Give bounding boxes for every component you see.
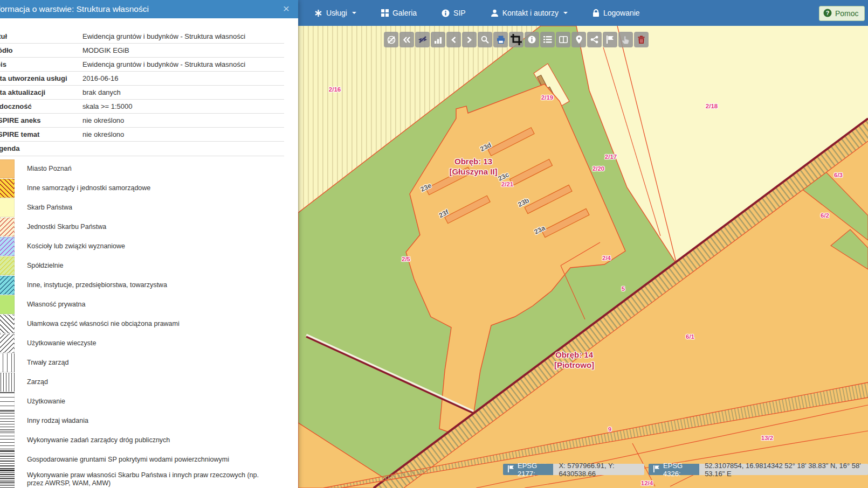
metadata-label: Źródło xyxy=(0,46,82,54)
chevron-right-icon xyxy=(466,36,472,44)
layer-metadata-table: TytułEwidencja gruntów i budynków - Stru… xyxy=(0,30,284,142)
eye-slash-button[interactable] xyxy=(415,32,430,47)
map-toolbar xyxy=(384,32,649,47)
print-icon xyxy=(497,36,505,44)
trash-button[interactable] xyxy=(634,32,649,47)
double-chevron-left-button[interactable] xyxy=(399,32,414,47)
legend-swatch xyxy=(0,353,15,372)
legend-label: Miasto Poznań xyxy=(27,165,72,173)
legend-item: Miasto Poznań xyxy=(0,159,298,178)
nav-item-galeria[interactable]: Galeria xyxy=(381,9,417,17)
chevron-right-button[interactable] xyxy=(462,32,477,47)
close-icon[interactable]: × xyxy=(283,2,290,16)
legend-swatch xyxy=(0,334,15,353)
legend-item: Własność prywatna xyxy=(0,295,298,314)
metadata-label: Widoczność xyxy=(0,102,82,110)
legend-label: Trwały zarząd xyxy=(27,359,68,367)
epsg-chip-group: EPSG 2177:X: 5797966.91, Y: 6430538.66 xyxy=(503,464,644,475)
metadata-value: Ewidencja gruntów i budynków - Struktura… xyxy=(82,32,245,40)
metadata-value: nie określono xyxy=(82,116,124,124)
legend-item: Trwały zarząd xyxy=(0,353,298,372)
metadata-label: Opis xyxy=(0,60,82,68)
legend-swatch xyxy=(0,373,15,392)
crop-button[interactable] xyxy=(509,32,523,47)
flag-button[interactable] xyxy=(603,32,617,47)
info-circle-icon xyxy=(442,9,450,17)
legend-item: Skarb Państwa xyxy=(0,198,298,217)
metadata-row: INSPIRE aneksnie określono xyxy=(0,114,284,128)
legend-swatch xyxy=(0,412,15,430)
legend-list: Miasto PoznańInne samorządy i jednostki … xyxy=(0,159,298,488)
user-icon xyxy=(491,9,499,17)
metadata-value: nie określono xyxy=(82,130,124,138)
legend-swatch xyxy=(0,431,15,450)
marker-button[interactable] xyxy=(571,32,586,47)
share-icon xyxy=(590,36,598,44)
nav-item-label: Galeria xyxy=(392,9,417,17)
legend-label: Skarb Państwa xyxy=(27,204,72,212)
legend-label: Inny rodzaj władania xyxy=(27,417,88,425)
columns-button[interactable] xyxy=(556,32,570,47)
metadata-label: Tytuł xyxy=(0,32,82,40)
metadata-label: Data utworzenia usługi xyxy=(0,74,82,82)
legend-item: Ułamkowa część własności nie obciążona p… xyxy=(0,315,298,333)
metadata-row: INSPIRE tematnie określono xyxy=(0,128,284,142)
nav-item-us-ugi[interactable]: Usługi xyxy=(314,9,356,17)
gallery-grid-icon xyxy=(381,9,389,17)
layer-info-panel: Informacja o warstwie: Struktura własnoś… xyxy=(0,0,298,488)
legend-swatch xyxy=(0,470,15,488)
metadata-row: Data utworzenia usługi2016-06-16 xyxy=(0,72,284,86)
hand-pointer-button[interactable] xyxy=(618,32,633,47)
eye-slash-icon xyxy=(418,36,428,44)
globe-off-button[interactable] xyxy=(384,32,398,47)
print-button[interactable] xyxy=(493,32,508,47)
legend-label: Jednostki Skarbu Państwa xyxy=(27,223,106,231)
legend-swatch xyxy=(0,256,15,275)
legend-label: Inne, instytucje, przedsiębiorstwa, towa… xyxy=(27,281,167,289)
metadata-label: Data aktualizacji xyxy=(0,88,82,96)
cadastral-basemap xyxy=(298,26,868,488)
legend-label: Spółdzielnie xyxy=(27,262,63,270)
list-button[interactable] xyxy=(540,32,555,47)
metadata-row: Data aktualizacjibrak danych xyxy=(0,86,284,100)
legend-swatch xyxy=(0,276,15,295)
share-button[interactable] xyxy=(587,32,602,47)
crop-icon xyxy=(511,34,522,46)
legend-item: Gospodarowanie gruntami SP pokrytymi wod… xyxy=(0,450,298,469)
coordinates-value: 52.3107854, 16.9814342 52° 18' 38.83" N,… xyxy=(699,464,868,475)
map-viewport[interactable]: 2/162/192/182/172/202/216/36/22/52/456/1… xyxy=(298,26,868,488)
nav-item-logowanie[interactable]: Logowanie xyxy=(593,9,640,17)
nav-item-label: Usługi xyxy=(326,9,347,17)
metadata-value: MODGIK EGiB xyxy=(82,46,129,54)
flag-icon xyxy=(653,465,660,474)
nav-item-label: SIP xyxy=(453,9,466,17)
legend-label: Zarząd xyxy=(27,378,48,386)
marker-icon xyxy=(576,36,582,44)
chevron-left-button[interactable] xyxy=(446,32,461,47)
nav-item-label: Logowanie xyxy=(603,9,640,17)
legend-item: Wykonywanie zadań zarządcy dróg publiczn… xyxy=(0,431,298,450)
signal-bars-button[interactable] xyxy=(431,32,445,47)
legend-label: Inne samorządy i jednostki samorządowe xyxy=(27,184,150,192)
legend-swatch xyxy=(0,159,15,178)
chevron-left-icon xyxy=(451,36,457,44)
legend-item: Kościoły lub związki wyznaniowe xyxy=(0,237,298,256)
legend-swatch xyxy=(0,237,15,256)
legend-swatch xyxy=(0,315,15,333)
info-button[interactable] xyxy=(525,32,539,47)
nav-item-kontakt-i-autorzy[interactable]: Kontakt i autorzy xyxy=(491,9,568,17)
services-icon xyxy=(314,9,322,17)
metadata-label: INSPIRE temat xyxy=(0,130,82,138)
nav-item-label: Kontakt i autorzy xyxy=(502,9,559,17)
legend-label: Ułamkowa część własności nie obciążona p… xyxy=(27,320,180,328)
chevron-down-icon xyxy=(563,12,568,14)
legend-item: Użytkowanie wieczyste xyxy=(0,334,298,353)
coordinate-statusbar: EPSG 2177:X: 5797966.91, Y: 6430538.66EP… xyxy=(503,464,868,475)
legend-label: Własność prywatna xyxy=(27,301,85,309)
metadata-row: Widocznośćskala >= 1:5000 xyxy=(0,100,284,114)
nav-item-sip[interactable]: SIP xyxy=(442,9,466,17)
info-icon xyxy=(528,36,536,44)
legend-label: Wykonywanie zadań zarządcy dróg publiczn… xyxy=(27,436,170,444)
help-button[interactable]: ? Pomoc xyxy=(819,6,865,21)
search-button[interactable] xyxy=(478,32,492,47)
